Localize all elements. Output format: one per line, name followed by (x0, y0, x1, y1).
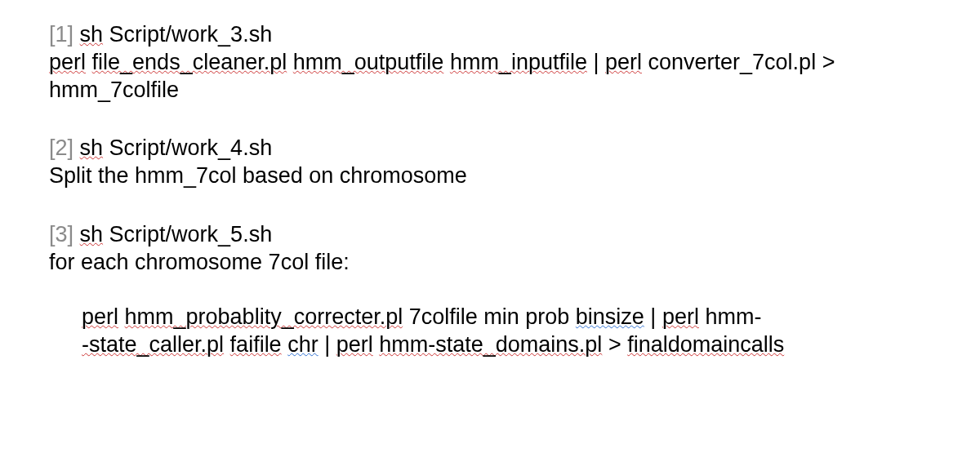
text-token: -state_caller.pl (82, 332, 224, 357)
text-token: file_ends_cleaner.pl (92, 50, 287, 74)
step-subbody: perl hmm_probablity_correcter.pl 7colfil… (49, 304, 931, 359)
text-token: 7colfile min prob (403, 304, 576, 329)
text-token (443, 50, 450, 74)
step-block: [3] sh Script/work_5.sh for each chromos… (49, 221, 931, 359)
step-body: for each chromosome 7col file: (49, 249, 931, 277)
text-token (86, 50, 92, 74)
text-token: perl (605, 50, 642, 74)
step-header: [1] sh Script/work_3.sh (49, 21, 931, 49)
step-header: [3] sh Script/work_5.sh (49, 221, 931, 249)
text-token: > (602, 332, 627, 357)
sh-word: sh (80, 22, 104, 47)
step-number: [1] (49, 22, 74, 47)
text-token (224, 332, 230, 357)
document-page: [1] sh Script/work_3.sh perl file_ends_c… (0, 0, 980, 359)
step-block: [2] sh Script/work_4.sh Split the hmm_7c… (49, 135, 931, 190)
step-number: [3] (49, 222, 74, 246)
step-body: perl file_ends_cleaner.pl hmm_outputfile… (49, 49, 931, 104)
header-rest: Script/work_3.sh (103, 22, 272, 47)
step-header: [2] sh Script/work_4.sh (49, 135, 931, 162)
text-token: hmm-state_domains.pl (379, 332, 602, 357)
sh-word: sh (80, 222, 104, 246)
text-token: binsize (576, 304, 644, 329)
step-number: [2] (49, 135, 74, 160)
step-header-text: sh Script/work_5.sh (80, 222, 273, 246)
text-token: Split the hmm_7col based on chromosome (49, 163, 467, 188)
step-body: Split the hmm_7col based on chromosome (49, 162, 931, 190)
text-token: for each chromosome 7col file: (49, 250, 350, 274)
text-token: | (587, 50, 605, 74)
sh-word: sh (80, 135, 104, 160)
step-header-text: sh Script/work_4.sh (80, 135, 273, 160)
text-token (287, 50, 293, 74)
text-token: chr (287, 332, 318, 357)
text-token: hmm_probablity_correcter.pl (125, 304, 403, 329)
text-token: perl (336, 332, 373, 357)
step-header-text: sh Script/work_3.sh (80, 22, 273, 47)
text-token: finaldomaincalls (627, 332, 784, 357)
text-token (118, 304, 125, 329)
header-rest: Script/work_4.sh (103, 135, 272, 160)
step-block: [1] sh Script/work_3.sh perl file_ends_c… (49, 21, 931, 104)
text-token: faifile (230, 332, 282, 357)
text-token: perl (82, 304, 118, 329)
text-token: | (644, 304, 662, 329)
text-token: perl (662, 304, 699, 329)
header-rest: Script/work_5.sh (103, 222, 272, 246)
text-token: | (318, 332, 336, 357)
text-token: hmm- (699, 304, 762, 329)
text-token: hmm_inputfile (450, 50, 587, 74)
text-token: hmm_outputfile (293, 50, 444, 74)
text-token: perl (49, 50, 86, 74)
